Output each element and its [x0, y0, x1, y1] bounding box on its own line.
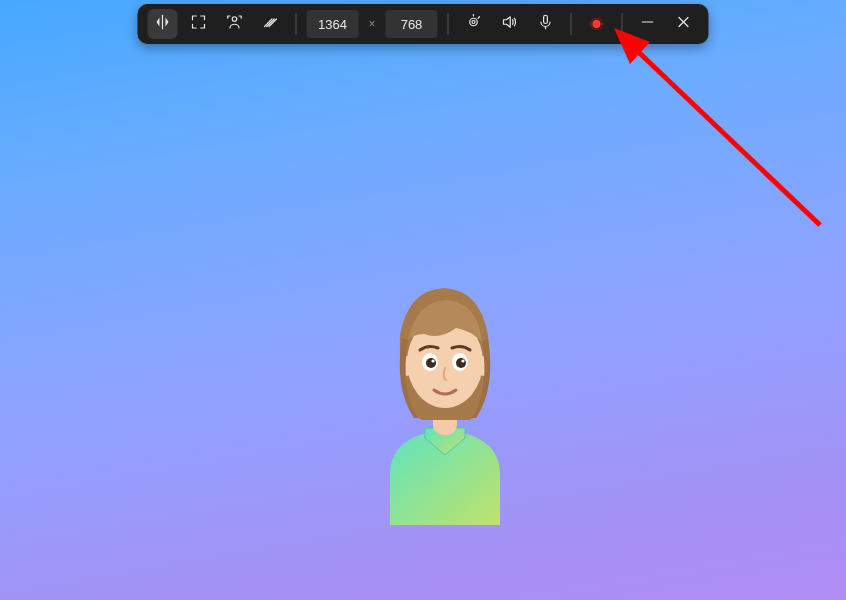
effects-icon [261, 13, 279, 35]
width-input[interactable] [306, 10, 358, 38]
camera-button[interactable] [459, 9, 489, 39]
avatar-preview [370, 280, 520, 525]
toolbar-divider [571, 13, 572, 35]
camera-toolbar: × [137, 4, 708, 44]
speaker-icon [501, 13, 519, 35]
mirror-button[interactable] [147, 9, 177, 39]
minimize-button[interactable] [633, 9, 663, 39]
svg-point-12 [426, 358, 436, 368]
effects-button[interactable] [255, 9, 285, 39]
camera-preview-stage: × [0, 0, 846, 600]
svg-rect-3 [544, 15, 548, 23]
svg-point-2 [472, 21, 475, 24]
microphone-button[interactable] [531, 9, 561, 39]
dimension-multiply-icon: × [364, 17, 379, 31]
svg-point-15 [461, 359, 464, 362]
record-icon [591, 18, 603, 30]
svg-line-4 [628, 42, 820, 225]
person-crop-button[interactable] [219, 9, 249, 39]
toolbar-divider [622, 13, 623, 35]
camera-icon [465, 13, 483, 35]
svg-point-14 [431, 359, 434, 362]
record-button[interactable] [582, 9, 612, 39]
fullscreen-button[interactable] [183, 9, 213, 39]
svg-point-1 [470, 18, 478, 26]
toolbar-divider [295, 13, 296, 35]
annotation-arrow [600, 20, 830, 235]
minimize-icon [639, 13, 657, 35]
height-input[interactable] [386, 10, 438, 38]
mirror-icon [153, 13, 171, 35]
close-icon [675, 13, 693, 35]
microphone-icon [537, 13, 555, 35]
speaker-button[interactable] [495, 9, 525, 39]
svg-point-13 [456, 358, 466, 368]
close-button[interactable] [669, 9, 699, 39]
toolbar-divider [448, 13, 449, 35]
svg-point-0 [232, 17, 237, 22]
person-crop-icon [225, 13, 243, 35]
fullscreen-icon [189, 13, 207, 35]
